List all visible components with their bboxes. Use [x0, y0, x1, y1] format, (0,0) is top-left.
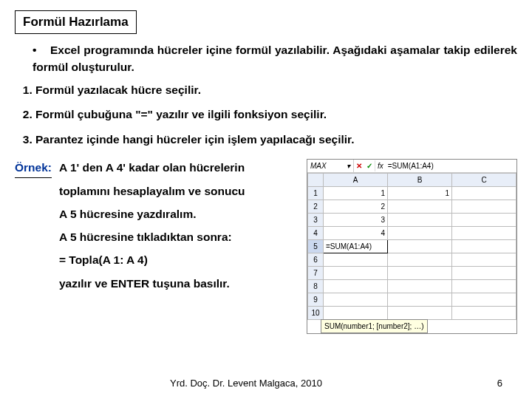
intro-text: Excel programında hücreler içine formül … [33, 41, 517, 76]
cell-a1[interactable]: 1 [324, 187, 388, 200]
row-header[interactable]: 7 [308, 267, 324, 280]
cell-c1[interactable] [452, 187, 516, 200]
cell-a7[interactable] [324, 267, 388, 280]
footer-page: 6 [497, 376, 502, 391]
cell-c8[interactable] [452, 280, 516, 293]
row-header[interactable]: 2 [308, 200, 324, 214]
name-box-dropdown-icon[interactable]: ▾ [347, 160, 350, 171]
cancel-icon[interactable]: ✕ [354, 160, 364, 171]
cell-c3[interactable] [452, 214, 516, 227]
row-header[interactable]: 1 [308, 187, 324, 200]
cell-a2[interactable]: 2 [324, 200, 388, 214]
cell-b2[interactable] [388, 200, 452, 214]
steps-list: Formül yazılacak hücre seçilir. Formül ç… [15, 81, 517, 148]
example-label: Örnek: [15, 159, 52, 177]
example-body: A 1' den A 4' kadar olan hücrelerin topl… [59, 159, 303, 298]
cell-a8[interactable] [324, 280, 388, 293]
footer: Yrd. Doç. Dr. Levent Malgaca, 2010 6 [0, 376, 532, 391]
confirm-icon[interactable]: ✓ [364, 160, 375, 171]
fx-icon[interactable]: fx [375, 160, 386, 171]
cell-b4[interactable] [388, 227, 452, 240]
bullet-dot: • [15, 41, 33, 76]
cell-c4[interactable] [452, 227, 516, 240]
section-title: Formül Hazırlama [15, 10, 137, 34]
example-line: yazılır ve ENTER tuşuna basılır. [59, 275, 303, 292]
spreadsheet-grid[interactable]: A B C 111 22 33 44 5=SUM(A1:A4) 6 7 8 9 … [307, 173, 516, 320]
cell-c10[interactable] [452, 307, 516, 320]
row-header[interactable]: 8 [308, 280, 324, 293]
row-header[interactable]: 3 [308, 214, 324, 227]
cell-c9[interactable] [452, 293, 516, 307]
cell-b7[interactable] [388, 267, 452, 280]
cell-b5[interactable] [388, 240, 452, 253]
step-item: Formül çubuğuna "=" yazılır ve ilgili fo… [35, 106, 517, 123]
function-tooltip: SUM(number1; [number2]; …) [321, 319, 428, 333]
example-line: toplamını hesaplayalım ve sonucu [59, 183, 303, 200]
formula-bar[interactable]: ✕ ✓ fx =SUM(A1:A4) [354, 160, 516, 172]
cell-b10[interactable] [388, 307, 452, 320]
step-item: Formül yazılacak hücre seçilir. [35, 81, 517, 98]
cell-a3[interactable]: 3 [324, 214, 388, 227]
cell-a4[interactable]: 4 [324, 227, 388, 240]
row-header[interactable]: 5 [308, 240, 324, 253]
step-item: Parantez içinde hangi hücreler için işle… [35, 131, 517, 148]
example-line: = Topla(A 1: A 4) [59, 251, 303, 268]
row-header[interactable]: 9 [308, 293, 324, 307]
name-box-value: MAX [310, 160, 327, 171]
cell-b6[interactable] [388, 253, 452, 267]
footer-author: Yrd. Doç. Dr. Levent Malgaca, 2010 [170, 376, 322, 391]
formula-input[interactable]: =SUM(A1:A4) [386, 160, 436, 171]
cell-a6[interactable] [324, 253, 388, 267]
row-header[interactable]: 6 [308, 253, 324, 267]
cell-c6[interactable] [452, 253, 516, 267]
cell-b8[interactable] [388, 280, 452, 293]
excel-screenshot: MAX ▾ ✕ ✓ fx =SUM(A1:A4) A B C 111 22 33… [307, 159, 517, 334]
example-line: A 5 hücresine tıkladıktan sonra: [59, 228, 303, 245]
row-header[interactable]: 4 [308, 227, 324, 240]
col-header[interactable]: A [324, 174, 388, 187]
cell-b3[interactable] [388, 214, 452, 227]
example-line: A 1' den A 4' kadar olan hücrelerin [59, 159, 303, 176]
cell-b9[interactable] [388, 293, 452, 307]
example-line: A 5 hücresine yazdıralım. [59, 205, 303, 222]
cell-a10[interactable] [324, 307, 388, 320]
corner-cell[interactable] [308, 174, 324, 187]
cell-c5[interactable] [452, 240, 516, 253]
cell-b1[interactable]: 1 [388, 187, 452, 200]
name-box[interactable]: MAX ▾ [307, 160, 354, 172]
col-header[interactable]: B [388, 174, 452, 187]
cell-a5[interactable]: =SUM(A1:A4) [324, 240, 388, 253]
cell-c2[interactable] [452, 200, 516, 214]
col-header[interactable]: C [452, 174, 516, 187]
cell-a9[interactable] [324, 293, 388, 307]
intro-paragraph: • Excel programında hücreler içine formü… [15, 41, 517, 76]
cell-c7[interactable] [452, 267, 516, 280]
row-header[interactable]: 10 [308, 307, 324, 320]
